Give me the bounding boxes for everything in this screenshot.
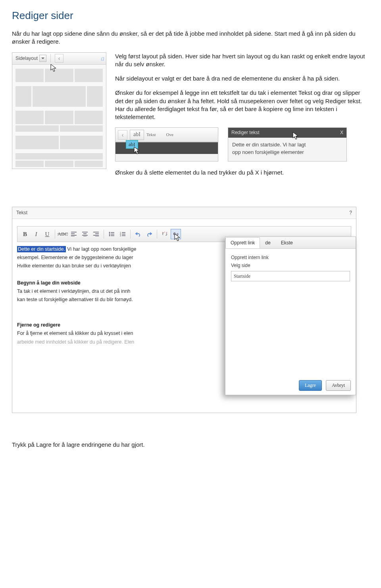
footer-paragraph: Trykk på Lagre for å lagre endringene du… bbox=[12, 441, 369, 449]
redo-icon[interactable] bbox=[144, 229, 154, 239]
separator bbox=[50, 54, 51, 63]
intro-paragraph: Når du har lagt opp sidene dine sånn du … bbox=[12, 30, 369, 46]
preview-line: opp noen forskjellige elementer bbox=[232, 149, 304, 155]
delete-note: Ønsker du å slette elementet du la ned t… bbox=[115, 169, 369, 177]
layout-option[interactable] bbox=[15, 111, 103, 132]
edit-text-figure: Rediger tekst X Dette er din startside. … bbox=[228, 127, 347, 161]
help-icon[interactable]: ? bbox=[349, 209, 352, 216]
popup-label: Velg side bbox=[231, 262, 350, 269]
heading: Begynn å lage din webside bbox=[17, 280, 81, 286]
bold-button[interactable]: B bbox=[20, 229, 30, 239]
bullet-list-icon[interactable] bbox=[106, 229, 117, 239]
text-editor-figure: Tekst ? B I U ABC 123 Dette bbox=[12, 207, 356, 413]
numbered-list-icon[interactable]: 123 bbox=[117, 229, 128, 239]
editor-title: Tekst bbox=[16, 209, 27, 216]
mouse-cursor-icon bbox=[50, 64, 58, 73]
tab-opprett-link[interactable]: Opprett link bbox=[225, 237, 260, 248]
element-drag-figure: ‹ abI Tekst Ove abI bbox=[115, 127, 218, 161]
element-label: Tekst bbox=[146, 132, 156, 138]
svg-point-1 bbox=[109, 233, 110, 234]
sidelayout-dropdown-figure: Sidelayout ‹ a bbox=[12, 52, 106, 169]
mouse-cursor-icon bbox=[174, 233, 181, 242]
mouse-cursor-icon bbox=[292, 132, 300, 140]
dropdown-icon[interactable] bbox=[39, 55, 46, 62]
preview-line: Dette er din startside. Vi har lagt bbox=[232, 142, 306, 148]
sidelayout-label: Sidelayout bbox=[15, 55, 38, 61]
overlay-title[interactable]: Rediger tekst bbox=[231, 129, 260, 136]
popup-label: Opprett intern link bbox=[231, 254, 350, 261]
text-line-faded: arbeide med innholdet så klikker du på r… bbox=[17, 339, 134, 345]
text-line: Hvilke elementer du kan bruke ser du i v… bbox=[17, 263, 131, 269]
page-title: Rediger sider bbox=[12, 9, 369, 23]
align-center-icon[interactable] bbox=[80, 229, 90, 239]
text-line: kan teste ut forskjellige alternativer t… bbox=[17, 297, 133, 302]
strikethrough-button[interactable]: ABC bbox=[58, 229, 68, 239]
italic-button[interactable]: I bbox=[31, 229, 41, 239]
tab-ekstern[interactable]: Ekste bbox=[276, 237, 298, 248]
svg-point-2 bbox=[109, 235, 110, 236]
text-line: Vi har lagt opp noen forskjellige bbox=[66, 246, 137, 252]
text-line: eksempel. Elementene er de byggesteinene… bbox=[17, 255, 133, 260]
page-select[interactable]: Startside bbox=[231, 271, 350, 281]
partial-letter: a bbox=[101, 54, 104, 63]
svg-point-0 bbox=[109, 232, 110, 233]
close-icon[interactable]: X bbox=[340, 129, 343, 136]
nav-prev-icon[interactable]: ‹ bbox=[118, 130, 127, 140]
selected-text: Dette er din startside. bbox=[17, 246, 66, 252]
unlink-icon[interactable] bbox=[160, 229, 170, 239]
cancel-button[interactable]: Avbryt bbox=[326, 380, 351, 391]
undo-icon[interactable] bbox=[133, 229, 143, 239]
heading: Fjerne og redigere bbox=[17, 322, 60, 328]
save-button[interactable]: Lagre bbox=[299, 380, 322, 391]
underline-button[interactable]: U bbox=[42, 229, 52, 239]
mouse-cursor-icon bbox=[134, 146, 141, 155]
text-line: Ta tak i et element i verktøylinjen, dra… bbox=[17, 288, 131, 294]
text-line: For å fjerne et element så klikker du på… bbox=[17, 331, 133, 336]
layout-option[interactable] bbox=[15, 69, 103, 82]
tab-partial[interactable]: de bbox=[260, 237, 275, 248]
layout-option[interactable] bbox=[15, 86, 103, 107]
paragraph: Ønsker du for eksempel å legge inn ett t… bbox=[115, 89, 369, 121]
layout-option[interactable] bbox=[15, 153, 103, 167]
align-left-icon[interactable] bbox=[69, 229, 79, 239]
link-icon[interactable] bbox=[171, 229, 181, 239]
layout-option[interactable] bbox=[15, 136, 103, 149]
svg-text:3: 3 bbox=[120, 234, 121, 236]
paragraph: Når sidelayout er valgt er det bare å dr… bbox=[115, 75, 369, 83]
nav-prev-icon[interactable]: ‹ bbox=[55, 54, 64, 63]
align-right-icon[interactable] bbox=[91, 229, 101, 239]
text-element-button[interactable]: abI bbox=[130, 130, 144, 140]
element-label-partial: Ove bbox=[166, 132, 173, 138]
link-popup: Opprett link de Ekste Opprett intern lin… bbox=[225, 236, 356, 395]
paragraph: Velg først layout på siden. Hver side ha… bbox=[115, 52, 369, 69]
